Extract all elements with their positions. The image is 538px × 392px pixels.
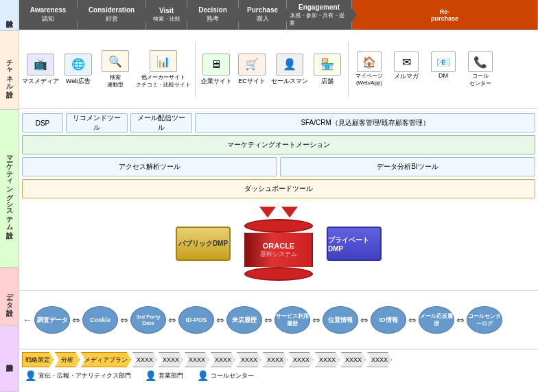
oracle-logo: ORACLE bbox=[263, 242, 294, 250]
sidebar-experience: 体験設計 bbox=[0, 0, 19, 31]
dmp-oracle-area: パブリックDMP ORACLE 基幹システム bbox=[22, 201, 535, 286]
biz-box-4: XXXX bbox=[211, 352, 235, 367]
arrows-down bbox=[259, 207, 298, 218]
mail-box: メール配信ツール bbox=[130, 113, 192, 132]
arrow7: ⇔ bbox=[360, 314, 369, 325]
arrow3: ⇔ bbox=[168, 314, 176, 325]
search-icon: 🔍 bbox=[102, 50, 129, 72]
biz-box-8: XXXX bbox=[315, 352, 340, 367]
sidebar-business: 業務設計 bbox=[0, 326, 19, 392]
arrow-down-left bbox=[259, 207, 276, 218]
makers-icon: 📊 bbox=[150, 50, 177, 72]
channel-divider2 bbox=[348, 42, 349, 97]
channel-makers: 📊 他メーカーサイトクチコミ・比較サイト bbox=[136, 50, 191, 89]
sidebar-channel: チャネル設計 bbox=[0, 31, 19, 110]
cyl-bottom bbox=[244, 267, 313, 281]
databi-box: データ分析BIツール bbox=[280, 157, 535, 176]
cyl-top bbox=[244, 219, 313, 233]
channel-massmedia: 📺 マスメディア bbox=[22, 54, 59, 86]
private-dmp-container: プライベートDMP bbox=[327, 227, 382, 261]
recommend-box: リコメンドツール bbox=[66, 113, 128, 132]
data-service: サービス利用履歴 bbox=[274, 306, 310, 334]
channel-merumaga: ✉ メルマガ bbox=[390, 51, 423, 81]
martech-row1: DSP リコメンドツール メール配信ツール SFA/CRM（見込顧客管理/既存顧… bbox=[22, 113, 535, 132]
biz-box-6: XXXX bbox=[263, 352, 288, 367]
channel-salesman: 👤 セールスマン bbox=[271, 54, 308, 86]
shop-icon: 🏪 bbox=[314, 54, 341, 76]
biz-box-strategy: 戦略策定 bbox=[22, 352, 54, 367]
channel-divider1 bbox=[195, 42, 196, 97]
public-dmp-box: パブリックDMP bbox=[176, 227, 231, 261]
dept-senden: 👤 宣伝・広報・アナリティクス部門 bbox=[25, 370, 131, 381]
stage-decision: Decision 熟考 bbox=[187, 0, 239, 30]
dept-call: 👤 コールセンター bbox=[197, 370, 254, 381]
arrow4: ⇔ bbox=[216, 314, 224, 325]
private-dmp-box: プライベートDMP bbox=[327, 227, 382, 261]
public-dmp-container: パブリックDMP bbox=[176, 227, 231, 261]
channel-section: 📺 マスメディア 🌐 Web広告 🔍 検索連動型 📊 他メーカーサイトクチコミ・… bbox=[19, 30, 538, 109]
biz-box-9: XXXX bbox=[341, 352, 366, 367]
callcenter-icon: 📞 bbox=[468, 51, 493, 72]
martech-row3: アクセス解析ツール データ分析BIツール bbox=[22, 157, 535, 176]
stage-awareness: Awareness 認知 bbox=[19, 0, 78, 30]
sidebar: 体験設計 チャネル設計 マーケティングシステム設計 データ設計 業務設計 bbox=[0, 0, 19, 392]
data-id: ID情報 bbox=[371, 306, 406, 334]
dm-icon: 📧 bbox=[431, 51, 456, 72]
stage-visit: Visit 検索・比較 bbox=[146, 0, 187, 30]
person-icon3: 👤 bbox=[197, 370, 209, 381]
stage-purchase: Purchase 購入 bbox=[239, 0, 287, 30]
stage-engagement: Engagement 体感・参加・共有・提案 bbox=[287, 0, 352, 30]
arrow8: ⇔ bbox=[408, 314, 417, 325]
journey-bar: Awareness 認知 Consideration 好意 Visit 検索・比… bbox=[19, 0, 538, 30]
arrow-down-right bbox=[281, 207, 298, 218]
data-chosa: 調査データ bbox=[34, 306, 70, 334]
channel-corpsite: 🖥 企業サイト bbox=[200, 54, 233, 86]
content-area: Awareness 認知 Consideration 好意 Visit 検索・比… bbox=[19, 0, 538, 392]
martech-section: DSP リコメンドツール メール配信ツール SFA/CRM（見込顧客管理/既存顧… bbox=[19, 109, 538, 291]
biz-box-analysis: 分析 bbox=[55, 352, 80, 367]
data-location: 位置情報 bbox=[323, 306, 358, 334]
data-calllog: コールセンターログ bbox=[467, 306, 502, 334]
biz-box-5: XXXX bbox=[237, 352, 261, 367]
mao-box: マーケティングオートメーション bbox=[22, 135, 535, 154]
dsp-box: DSP bbox=[22, 113, 63, 132]
channel-ecsite: 🛒 ECサイト bbox=[235, 54, 268, 86]
arrow5: ⇔ bbox=[264, 314, 272, 325]
arrow2: ⇔ bbox=[120, 314, 128, 325]
arrow9: ⇔ bbox=[456, 314, 465, 325]
data-3rdparty: 3rd Party Data bbox=[130, 306, 166, 334]
left-arrow: ← bbox=[23, 314, 32, 325]
stage-consideration: Consideration 好意 bbox=[78, 0, 146, 30]
webad-icon: 🌐 bbox=[65, 54, 92, 76]
martech-dashboard-row: ダッシュボードツール bbox=[22, 179, 535, 198]
oracle-cylinder: ORACLE 基幹システム bbox=[244, 219, 313, 281]
oracle-container: ORACLE 基幹システム bbox=[244, 207, 313, 281]
oracle-sub: 基幹システム bbox=[260, 250, 297, 259]
channel-shop: 🏪 店舗 bbox=[311, 54, 344, 86]
martech-mao-row: マーケティングオートメーション bbox=[22, 135, 535, 154]
sfacrm-box: SFA/CRM（見込顧客管理/既存顧客管理） bbox=[195, 113, 535, 132]
salesman-icon: 👤 bbox=[276, 54, 303, 76]
sidebar-data: データ設計 bbox=[0, 268, 19, 326]
biz-box-mediaplan: メディアプラン bbox=[81, 352, 131, 367]
data-cookie: Cookie bbox=[82, 306, 118, 334]
biz-box-1: XXXX bbox=[132, 352, 157, 367]
biz-box-2: XXXX bbox=[159, 352, 183, 367]
biz-arrow-row: 戦略策定 分析 メディアプラン XXXX XXXX XXXX XXXX XXXX… bbox=[22, 352, 535, 367]
channel-dm: 📧 DM bbox=[427, 51, 460, 79]
channel-mypage: 🏠 マイページ(Web/App) bbox=[353, 51, 386, 86]
main-container: 体験設計 チャネル設計 マーケティングシステム設計 データ設計 業務設計 Awa… bbox=[0, 0, 538, 392]
data-idpos: ID-POS bbox=[178, 306, 214, 334]
cyl-body: ORACLE 基幹システム bbox=[244, 233, 313, 267]
data-visit: 来店履歴 bbox=[226, 306, 262, 334]
dept-labels: 👤 宣伝・広報・アナリティクス部門 👤 営業部門 👤 コールセンター bbox=[22, 370, 535, 381]
dept-eigyo: 👤 営業部門 bbox=[145, 370, 183, 381]
business-section: 戦略策定 分析 メディアプラン XXXX XXXX XXXX XXXX XXXX… bbox=[19, 349, 538, 392]
arrow1: ⇔ bbox=[72, 314, 80, 325]
stage-repurchase: Re-purchase bbox=[352, 0, 538, 30]
digital-channels: 🏠 マイページ(Web/App) ✉ メルマガ 📧 DM 📞 コールセンター bbox=[353, 51, 497, 87]
biz-box-3: XXXX bbox=[185, 352, 209, 367]
person-icon1: 👤 bbox=[25, 370, 36, 381]
arrow6: ⇔ bbox=[312, 314, 320, 325]
sidebar-martech: マーケティングシステム設計 bbox=[0, 110, 19, 268]
